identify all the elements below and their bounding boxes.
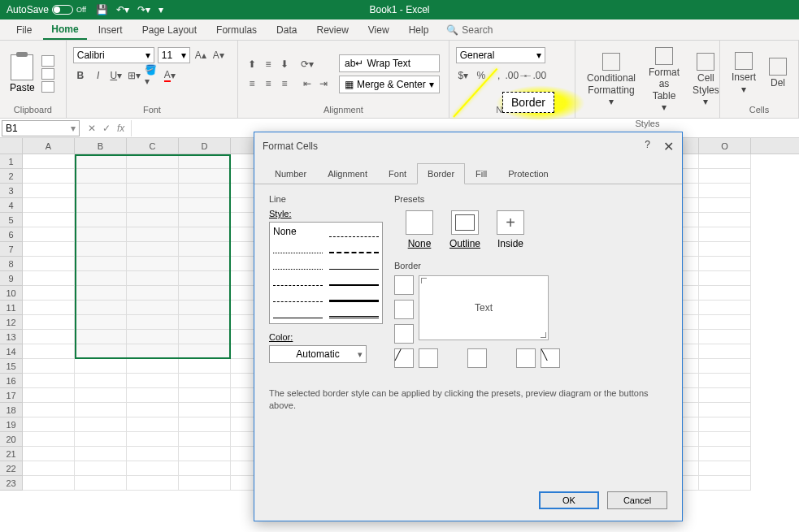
cell[interactable] <box>699 257 751 271</box>
increase-indent-icon[interactable]: ⇥ <box>316 76 331 91</box>
dlg-tab-number[interactable]: Number <box>264 163 317 184</box>
dlg-tab-border[interactable]: Border <box>417 163 465 184</box>
align-center-icon[interactable]: ≡ <box>261 76 276 91</box>
cell[interactable] <box>127 301 179 315</box>
tab-formulas[interactable]: Formulas <box>208 21 265 39</box>
cell[interactable] <box>75 330 127 344</box>
cell[interactable] <box>179 461 231 476</box>
preset-none[interactable]: None <box>406 210 433 249</box>
preset-inside[interactable]: Inside <box>497 210 524 249</box>
row-header[interactable]: 1 <box>0 154 23 169</box>
cell[interactable] <box>127 330 179 344</box>
cell[interactable] <box>179 447 231 461</box>
border-diag-down-button[interactable]: ╲ <box>541 348 560 368</box>
row-header[interactable]: 18 <box>0 403 23 417</box>
dlg-tab-fill[interactable]: Fill <box>465 163 497 184</box>
border-vcenter-button[interactable] <box>467 348 487 368</box>
cell[interactable] <box>23 257 75 271</box>
align-right-icon[interactable]: ≡ <box>277 76 292 91</box>
cell[interactable] <box>23 476 75 491</box>
col-header[interactable]: O <box>699 138 751 154</box>
cell[interactable] <box>699 315 751 330</box>
cell[interactable] <box>75 447 127 461</box>
border-style-list[interactable]: None <box>269 222 383 324</box>
align-bottom-icon[interactable]: ⬇ <box>277 57 292 71</box>
cell[interactable] <box>179 330 231 344</box>
paste-button[interactable]: Paste <box>7 51 38 97</box>
cell[interactable] <box>127 388 179 403</box>
cell[interactable] <box>75 213 127 227</box>
cell[interactable] <box>127 213 179 227</box>
orientation-icon[interactable]: ⟳▾ <box>300 57 315 71</box>
cell[interactable] <box>23 198 75 213</box>
cell[interactable] <box>23 374 75 388</box>
border-diag-up-button[interactable]: ╱ <box>394 348 414 368</box>
close-icon[interactable]: ✕ <box>663 139 674 154</box>
fill-color-button[interactable]: 🪣▾ <box>145 68 159 83</box>
cell[interactable] <box>179 315 231 330</box>
cell[interactable] <box>179 169 231 184</box>
cell[interactable] <box>75 315 127 330</box>
copy-icon[interactable] <box>41 68 54 80</box>
cell[interactable] <box>75 344 127 359</box>
cell[interactable] <box>23 403 75 417</box>
decrease-indent-icon[interactable]: ⇤ <box>300 76 315 91</box>
cell[interactable] <box>23 213 75 227</box>
border-button[interactable]: ⊞▾ <box>127 68 141 83</box>
row-header[interactable]: 8 <box>0 257 23 271</box>
cell[interactable] <box>699 198 751 213</box>
redo-icon[interactable]: ↷▾ <box>137 4 150 15</box>
cell[interactable] <box>23 286 75 301</box>
cell[interactable] <box>179 213 231 227</box>
help-icon[interactable]: ? <box>645 139 650 154</box>
border-bottom-button[interactable] <box>394 324 414 344</box>
cell[interactable] <box>127 403 179 417</box>
cell[interactable] <box>127 359 179 374</box>
cell[interactable] <box>179 286 231 301</box>
delete-cells-button[interactable]: Del <box>764 54 792 92</box>
cell[interactable] <box>127 227 179 242</box>
row-header[interactable]: 6 <box>0 227 23 242</box>
autosave-toggle[interactable]: AutoSave Off <box>7 4 86 15</box>
cell[interactable] <box>127 315 179 330</box>
cell[interactable] <box>127 344 179 359</box>
cell[interactable] <box>127 169 179 184</box>
number-format-combo[interactable]: General▾ <box>456 47 545 63</box>
font-color-button[interactable]: A▾ <box>163 68 177 83</box>
align-left-icon[interactable]: ≡ <box>245 76 259 91</box>
style-none[interactable]: None <box>273 226 323 237</box>
cell[interactable] <box>699 227 751 242</box>
cell[interactable] <box>23 359 75 374</box>
save-icon[interactable]: 💾 <box>96 4 108 15</box>
cell[interactable] <box>179 359 231 374</box>
cell[interactable] <box>179 476 231 491</box>
tab-help[interactable]: Help <box>401 21 437 39</box>
row-header[interactable]: 2 <box>0 169 23 184</box>
cell[interactable] <box>127 257 179 271</box>
border-left-button[interactable] <box>419 348 438 368</box>
qat-dropdown-icon[interactable]: ▾ <box>158 4 163 15</box>
cell[interactable] <box>75 169 127 184</box>
cell[interactable] <box>75 271 127 286</box>
undo-icon[interactable]: ↶▾ <box>116 4 129 15</box>
format-painter-icon[interactable] <box>41 81 54 93</box>
cell[interactable] <box>179 271 231 286</box>
cell[interactable] <box>179 344 231 359</box>
row-header[interactable]: 22 <box>0 461 23 476</box>
cell[interactable] <box>127 184 179 198</box>
conditional-formatting-button[interactable]: Conditional Formatting▾ <box>582 50 641 110</box>
row-header[interactable]: 16 <box>0 374 23 388</box>
cell[interactable] <box>23 227 75 242</box>
cell[interactable] <box>179 374 231 388</box>
tab-file[interactable]: File <box>8 21 40 39</box>
cell[interactable] <box>127 417 179 432</box>
cell[interactable] <box>699 154 751 169</box>
decrease-font-icon[interactable]: A▾ <box>211 48 226 63</box>
cell[interactable] <box>699 169 751 184</box>
name-box[interactable]: B1▾ <box>2 120 80 136</box>
insert-cells-button[interactable]: Insert▾ <box>727 49 761 98</box>
cell[interactable] <box>75 257 127 271</box>
cell[interactable] <box>699 447 751 461</box>
cell[interactable] <box>75 184 127 198</box>
row-header[interactable]: 15 <box>0 359 23 374</box>
